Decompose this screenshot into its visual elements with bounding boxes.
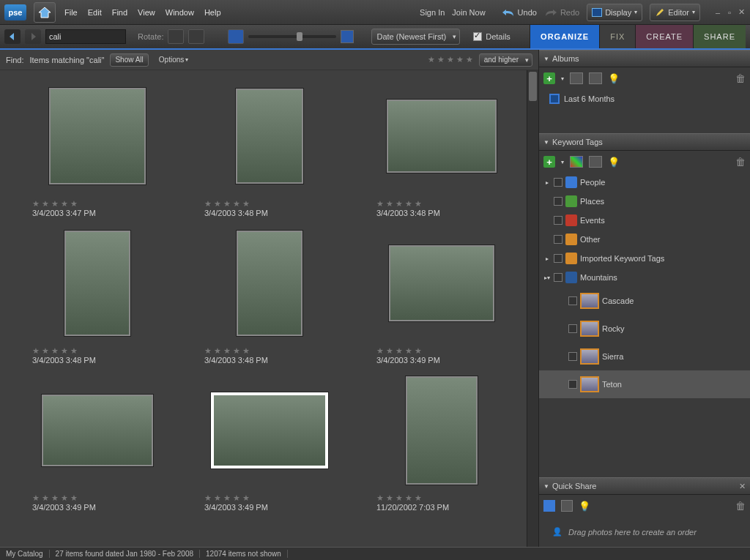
tab-fix[interactable]: FIX xyxy=(599,25,635,48)
single-view-button[interactable] xyxy=(341,30,354,43)
tag-checkbox[interactable] xyxy=(568,380,577,389)
expand-icon[interactable]: ▸ xyxy=(543,179,551,186)
redo-button[interactable]: Redo xyxy=(544,8,579,17)
menu-find[interactable]: Find xyxy=(112,8,127,17)
photo-rating[interactable]: ★★★★★ xyxy=(32,346,179,356)
hint-icon[interactable]: 💡 xyxy=(608,157,620,168)
search-input[interactable] xyxy=(45,29,126,44)
tag-subcategory[interactable]: Teton xyxy=(539,370,750,398)
join-now-link[interactable]: Join Now xyxy=(452,8,485,17)
photo-rating[interactable]: ★★★★★ xyxy=(376,346,524,356)
tag-checkbox[interactable] xyxy=(554,254,562,263)
details-checkbox[interactable]: Details xyxy=(473,32,510,41)
photo-cell[interactable]: ★★★★★ 3/4/2003 3:49 PM xyxy=(15,372,179,512)
tag-category[interactable]: Other xyxy=(539,230,750,249)
photo-rating[interactable]: ★★★★★ xyxy=(204,493,352,503)
menu-edit[interactable]: Edit xyxy=(88,8,102,17)
minimize-button[interactable]: – xyxy=(713,8,722,17)
menu-help[interactable]: Help xyxy=(204,8,221,17)
tag-checkbox[interactable] xyxy=(554,273,562,282)
photo-thumbnail[interactable] xyxy=(237,231,302,336)
photo-thumbnail[interactable] xyxy=(406,376,478,485)
tab-organize[interactable]: ORGANIZE xyxy=(530,25,599,48)
tag-checkbox[interactable] xyxy=(554,178,562,187)
slider-thumb[interactable] xyxy=(297,32,302,41)
tag-subcategory[interactable]: Cascade xyxy=(539,287,750,315)
show-all-button[interactable]: Show All xyxy=(110,53,148,67)
photo-thumbnail[interactable] xyxy=(64,231,130,336)
photo-rating[interactable]: ★★★★★ xyxy=(204,346,352,356)
display-dropdown[interactable]: Display▾ xyxy=(587,4,642,21)
photo-thumbnail[interactable] xyxy=(387,100,497,173)
photo-cell[interactable]: ★★★★★ 11/20/2002 7:03 PM xyxy=(359,372,524,512)
undo-button[interactable]: Undo xyxy=(502,8,537,17)
rotate-right-button[interactable] xyxy=(188,29,204,44)
photo-rating[interactable]: ★★★★★ xyxy=(376,199,524,209)
tag-category[interactable]: Places xyxy=(539,192,750,211)
rotate-left-button[interactable] xyxy=(168,29,184,44)
rating-filter-dropdown[interactable]: and higher xyxy=(479,53,532,67)
tag-subcategory[interactable]: Rocky xyxy=(539,315,750,343)
photo-thumbnail[interactable] xyxy=(236,89,303,184)
options-dropdown[interactable]: Options▾ xyxy=(155,53,193,67)
rating-filter-stars[interactable]: ★★★★★ xyxy=(428,55,473,64)
photo-cell[interactable]: ★★★★★ 3/4/2003 3:47 PM xyxy=(15,78,179,217)
tag-checkbox[interactable] xyxy=(568,296,577,305)
album-tool-2[interactable] xyxy=(589,72,602,84)
tag-category[interactable]: ▸People xyxy=(539,173,750,192)
hint-icon[interactable]: 💡 xyxy=(608,73,620,84)
tag-category[interactable]: ▸▾Mountains xyxy=(539,268,750,287)
album-last-6-months[interactable]: Last 6 Months xyxy=(549,94,740,104)
browser-scrollbar[interactable] xyxy=(527,70,538,547)
photo-rating[interactable]: ★★★★★ xyxy=(32,199,179,209)
sort-dropdown[interactable]: Date (Newest First) xyxy=(371,29,460,45)
thumbnail-size-slider[interactable] xyxy=(248,35,336,38)
photo-rating[interactable]: ★★★★★ xyxy=(204,199,352,209)
tag-tool-2[interactable] xyxy=(589,156,602,168)
tag-category[interactable]: ▸Imported Keyword Tags xyxy=(539,249,750,268)
album-tool-1[interactable] xyxy=(570,72,583,84)
tag-checkbox[interactable] xyxy=(568,324,577,333)
photo-cell[interactable]: ★★★★★ 3/4/2003 3:48 PM xyxy=(359,78,524,217)
photo-rating[interactable]: ★★★★★ xyxy=(32,493,179,503)
tag-checkbox[interactable] xyxy=(568,352,577,361)
menu-window[interactable]: Window xyxy=(166,8,194,17)
photo-cell[interactable]: ★★★★★ 3/4/2003 3:48 PM xyxy=(15,225,179,365)
expand-icon[interactable]: ▸ xyxy=(543,255,551,262)
photo-thumbnail[interactable] xyxy=(389,245,494,321)
quickshare-dropzone[interactable]: 👤 Drag photos here to create an order xyxy=(546,521,743,542)
photo-cell[interactable]: ★★★★★ 3/4/2003 3:49 PM xyxy=(359,225,524,365)
photo-thumbnail[interactable] xyxy=(211,392,328,468)
photo-thumbnail[interactable] xyxy=(42,395,153,466)
trash-icon[interactable]: 🗑 xyxy=(735,72,746,84)
add-tag-button[interactable]: + xyxy=(543,156,555,168)
editor-dropdown[interactable]: Editor▾ xyxy=(650,4,700,21)
trash-icon[interactable]: 🗑 xyxy=(735,500,746,512)
albums-panel-header[interactable]: ▼Albums xyxy=(539,50,750,67)
trash-icon[interactable]: 🗑 xyxy=(735,156,746,168)
add-album-button[interactable]: + xyxy=(543,72,555,84)
close-icon[interactable]: ✕ xyxy=(739,482,746,491)
photo-thumbnail[interactable] xyxy=(49,88,146,184)
maximize-button[interactable]: ▫ xyxy=(725,8,734,17)
grid-view-button[interactable] xyxy=(228,29,244,44)
sign-in-link[interactable]: Sign In xyxy=(420,8,445,17)
tag-category[interactable]: Events xyxy=(539,211,750,230)
tag-tool-1[interactable] xyxy=(570,156,583,168)
qs-tool-1[interactable] xyxy=(543,500,555,512)
tag-subcategory[interactable]: Sierra xyxy=(539,343,750,370)
scrollbar-thumb[interactable] xyxy=(529,72,537,101)
nav-forward-button[interactable] xyxy=(25,29,41,44)
menu-file[interactable]: File xyxy=(64,8,78,17)
photo-cell[interactable]: ★★★★★ 3/4/2003 3:49 PM xyxy=(187,372,352,512)
tag-checkbox[interactable] xyxy=(554,197,562,206)
photo-rating[interactable]: ★★★★★ xyxy=(376,493,524,503)
expand-icon[interactable]: ▸▾ xyxy=(543,275,551,281)
menu-view[interactable]: View xyxy=(138,8,155,17)
tag-checkbox[interactable] xyxy=(554,235,562,244)
photo-cell[interactable]: ★★★★★ 3/4/2003 3:48 PM xyxy=(187,225,352,365)
tag-checkbox[interactable] xyxy=(554,216,562,225)
home-button[interactable] xyxy=(34,2,56,23)
close-button[interactable]: ✕ xyxy=(737,8,746,17)
tab-create[interactable]: CREATE xyxy=(635,25,693,48)
